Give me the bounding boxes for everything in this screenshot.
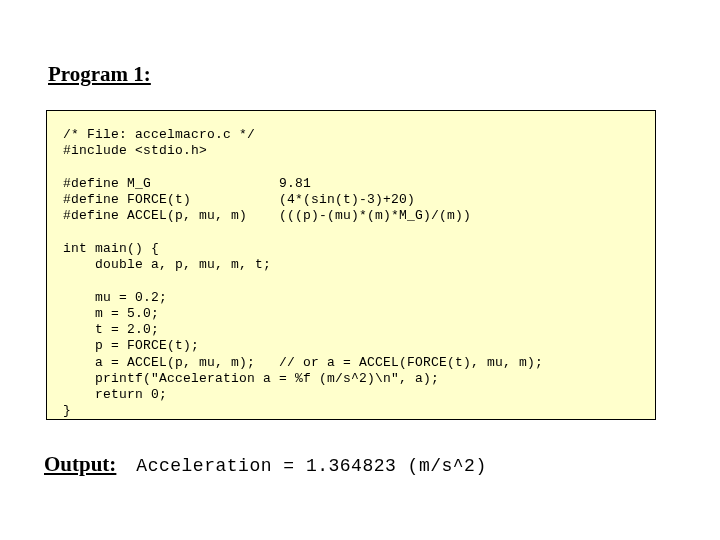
code-listing: /* File: accelmacro.c */ #include <stdio…	[63, 127, 639, 420]
output-value: Acceleration = 1.364823 (m/s^2)	[136, 456, 486, 476]
code-listing-box: /* File: accelmacro.c */ #include <stdio…	[46, 110, 656, 420]
program-title: Program 1:	[48, 62, 151, 87]
output-label: Output:	[44, 452, 116, 477]
output-row: Output: Acceleration = 1.364823 (m/s^2)	[44, 452, 487, 477]
